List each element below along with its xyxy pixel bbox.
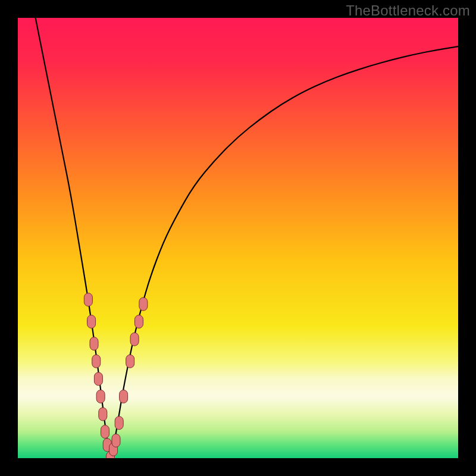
curve-marker: [135, 315, 143, 328]
curve-marker: [139, 298, 148, 311]
bottleneck-chart: [18, 18, 458, 458]
curve-marker: [92, 355, 101, 368]
curve-marker: [120, 390, 128, 403]
gradient-background: [18, 18, 458, 458]
curve-marker: [94, 372, 102, 386]
curve-marker: [101, 425, 109, 439]
curve-marker: [87, 315, 96, 328]
curve-marker: [96, 390, 105, 403]
curve-marker: [115, 416, 123, 430]
curve-marker: [126, 355, 134, 368]
curve-marker: [112, 434, 120, 447]
plot-area: [18, 18, 458, 458]
curve-marker: [99, 408, 107, 421]
curve-marker: [130, 333, 139, 346]
curve-marker: [90, 337, 98, 350]
attribution-label: TheBottleneck.com: [346, 2, 470, 19]
chart-frame: TheBottleneck.com: [0, 0, 476, 476]
curve-marker: [84, 293, 92, 306]
